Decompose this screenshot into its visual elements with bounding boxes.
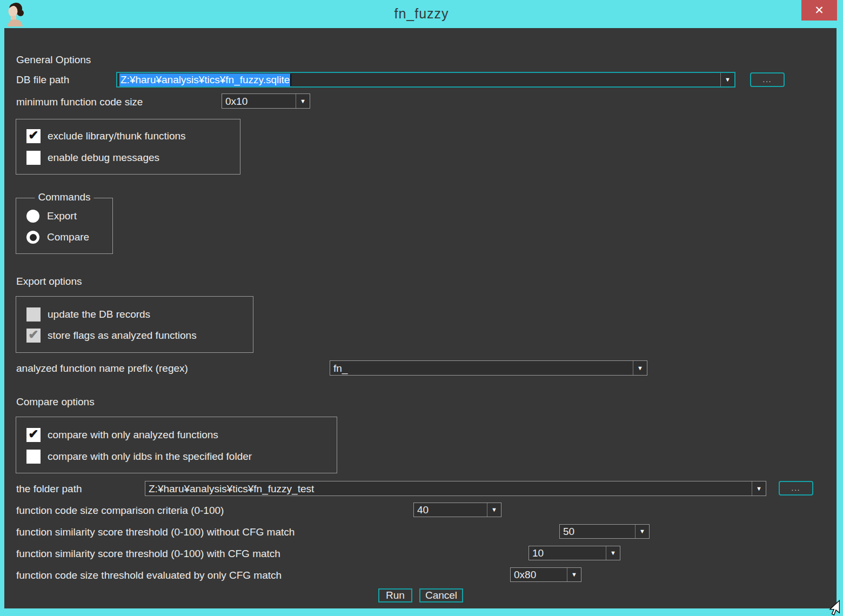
checkbox-exclude-library-thunk[interactable]: ✔	[26, 129, 41, 143]
radio-row: Export	[26, 210, 77, 223]
checkbox-label: exclude library/thunk functions	[48, 130, 186, 142]
export-checkbox-group: ✔ update the DB records ✔ store flags as…	[16, 296, 253, 353]
cancel-button[interactable]: Cancel	[419, 588, 463, 602]
radio-row: Compare	[26, 231, 89, 244]
criteria-value: 40	[414, 505, 429, 515]
criteria-label: function code size comparison criteria (…	[16, 504, 224, 517]
min-code-size-label: minimum function code size	[16, 96, 143, 109]
mouse-cursor-icon	[824, 600, 841, 616]
text-caret	[290, 74, 291, 86]
commands-legend: Commands	[35, 191, 93, 203]
chevron-down-icon[interactable]: ▼	[296, 94, 310, 108]
chevron-down-icon[interactable]: ▼	[606, 546, 620, 560]
threshold-with-cfg-value: 10	[529, 548, 544, 558]
dropdown-min-code-size[interactable]: 0x10 ▼	[222, 93, 310, 109]
fn-fuzzy-dialog: fn_fuzzy ✕ General Options DB file path …	[0, 0, 843, 616]
min-code-size-value: 0x10	[222, 96, 247, 106]
checkbox-row: ✔ update the DB records	[26, 307, 150, 322]
dropdown-size-threshold-cfg[interactable]: 0x80 ▼	[510, 567, 581, 582]
chevron-down-icon[interactable]: ▼	[720, 73, 734, 86]
combobox-folder-path[interactable]: Z:¥haru¥analysis¥tics¥fn_fuzzy_test ▼	[145, 481, 766, 496]
threshold-with-cfg-label: function similarity score threshold (0-1…	[16, 547, 280, 560]
size-threshold-cfg-value: 0x80	[511, 570, 536, 580]
db-file-path-label: DB file path	[16, 73, 69, 86]
checkbox-label: compare with only idbs in the specified …	[48, 451, 252, 463]
combobox-db-file-path[interactable]: Z:¥haru¥analysis¥tics¥fn_fuzzy.sqlite ▼	[116, 72, 735, 88]
checkbox-label: update the DB records	[48, 309, 150, 320]
checkbox-compare-idbs-folder[interactable]: ✔	[26, 450, 41, 464]
checkbox-row: ✔ compare with only analyzed functions	[26, 428, 218, 442]
checkbox-row: ✔ enable debug messages	[26, 151, 159, 165]
dropdown-threshold-without-cfg[interactable]: 50 ▼	[559, 524, 650, 539]
radio-dot-icon	[30, 234, 37, 241]
check-icon: ✔	[28, 129, 38, 142]
checkbox-row: ✔ exclude library/thunk functions	[26, 129, 186, 143]
export-options-heading: Export options	[16, 275, 82, 288]
checkbox-compare-analyzed-only[interactable]: ✔	[26, 428, 41, 442]
checkbox-row: ✔ compare with only idbs in the specifie…	[26, 450, 252, 464]
threshold-without-cfg-value: 50	[560, 526, 574, 537]
folder-path-label: the folder path	[16, 483, 82, 496]
radio-export[interactable]	[26, 210, 39, 223]
window-title: fn_fuzzy	[0, 6, 843, 22]
checkbox-update-db-records[interactable]: ✔	[26, 307, 41, 322]
checkbox-row: ✔ store flags as analyzed functions	[26, 329, 197, 343]
dropdown-threshold-with-cfg[interactable]: 10 ▼	[528, 546, 620, 560]
checkbox-label: store flags as analyzed functions	[48, 330, 197, 342]
run-button[interactable]: Run	[378, 588, 412, 602]
commands-group: Commands Export Compare	[16, 198, 113, 254]
chevron-down-icon[interactable]: ▼	[633, 361, 647, 375]
folder-path-value: Z:¥haru¥analysis¥tics¥fn_fuzzy_test	[145, 484, 314, 494]
prefix-value: fn_	[330, 363, 347, 373]
check-icon: ✔	[28, 428, 38, 440]
chevron-down-icon[interactable]: ▼	[567, 568, 581, 581]
general-options-heading: General Options	[16, 53, 91, 66]
close-button[interactable]: ✕	[801, 0, 837, 21]
chevron-down-icon[interactable]: ▼	[487, 503, 501, 517]
browse-folder-button[interactable]: ...	[779, 481, 813, 496]
prefix-label: analyzed function name prefix (regex)	[16, 362, 188, 375]
close-icon: ✕	[814, 4, 824, 17]
checkbox-label: compare with only analyzed functions	[48, 429, 218, 441]
checkbox-store-flags-analyzed[interactable]: ✔	[26, 329, 41, 343]
check-icon: ✔	[28, 329, 38, 341]
radio-label: Compare	[47, 231, 89, 243]
threshold-without-cfg-label: function similarity score threshold (0-1…	[16, 526, 295, 539]
size-threshold-cfg-label: function code size threshold evaluated b…	[16, 569, 282, 582]
compare-options-heading: Compare options	[16, 396, 95, 409]
checkbox-enable-debug[interactable]: ✔	[26, 151, 41, 165]
db-file-path-value: Z:¥haru¥analysis¥tics¥fn_fuzzy.sqlite	[119, 73, 290, 86]
radio-label: Export	[47, 210, 77, 222]
chevron-down-icon[interactable]: ▼	[752, 481, 766, 496]
checkbox-label: enable debug messages	[48, 152, 159, 164]
combobox-prefix[interactable]: fn_ ▼	[330, 360, 647, 376]
browse-db-button[interactable]: ...	[750, 72, 785, 87]
chevron-down-icon[interactable]: ▼	[635, 525, 649, 538]
general-checkbox-group: ✔ exclude library/thunk functions ✔ enab…	[16, 119, 240, 175]
title-bar: fn_fuzzy ✕	[0, 0, 843, 28]
compare-checkbox-group: ✔ compare with only analyzed functions ✔…	[16, 417, 337, 473]
dropdown-criteria[interactable]: 40 ▼	[413, 503, 501, 517]
radio-compare[interactable]	[26, 231, 39, 244]
